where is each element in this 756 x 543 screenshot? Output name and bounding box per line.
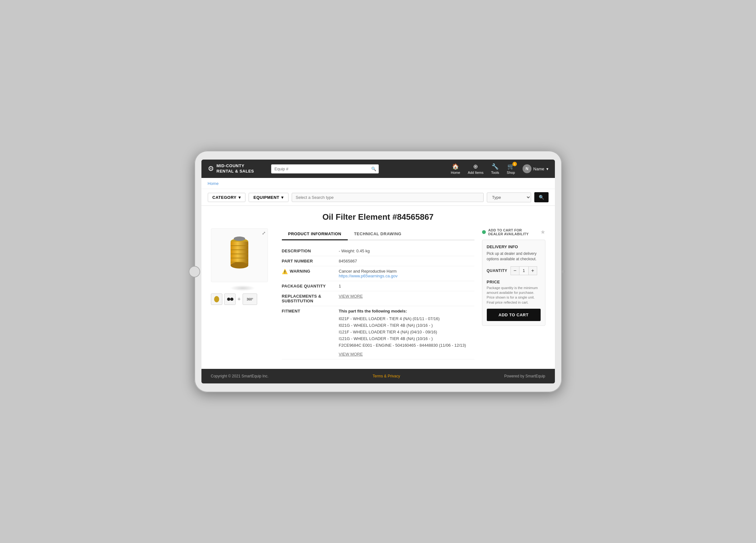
warning-link[interactable]: https://www.p65warnings.ca.gov	[339, 273, 398, 278]
fitment-item-1: I021G - WHEEL LOADER - TIER 4B (NA) (10/…	[339, 322, 474, 329]
category-dropdown[interactable]: CATEGORY ▾	[208, 193, 246, 202]
nav-tools[interactable]: 🔧 Tools	[491, 163, 499, 175]
quantity-value: 1	[519, 266, 528, 275]
add-to-cart-button[interactable]: ADD TO CART	[487, 309, 541, 321]
search-bar[interactable]: 🔍	[271, 164, 379, 174]
part-number-value: 84565867	[339, 259, 474, 264]
package-quantity-label: PACKAGE QUANTITY	[282, 284, 339, 288]
add-to-cart-header: ADD TO CART FOR DEALER AVAILABILITY ★	[482, 228, 545, 236]
svg-point-10	[227, 297, 230, 301]
svg-point-2	[231, 262, 248, 269]
replacements-label: REPLACEMENTS & SUBSTITUTION	[282, 294, 339, 303]
category-chevron-icon: ▾	[238, 195, 241, 200]
nav-shop[interactable]: 🛒 1 Shop	[507, 163, 515, 175]
nav-tools-label: Tools	[491, 171, 499, 175]
breadcrumb: Home	[201, 178, 555, 189]
quantity-label: QUANTITY	[487, 269, 507, 273]
replacements-row: REPLACEMENTS & SUBSTITUTION VIEW MORE	[282, 291, 474, 306]
breadcrumb-home[interactable]: Home	[208, 181, 219, 186]
tabs: PRODUCT INFORMATION TECHNICAL DRAWING	[282, 228, 474, 240]
search-btn-icon: 🔍	[539, 195, 544, 200]
add-to-cart-label: ADD TO CART FOR DEALER AVAILABILITY	[488, 228, 538, 236]
tab-product-information[interactable]: PRODUCT INFORMATION	[282, 228, 348, 240]
search-button[interactable]: 🔍	[534, 192, 549, 202]
product-layout: ⤢	[211, 228, 545, 359]
part-number-row: PART NUMBER 84565867	[282, 256, 474, 266]
warning-value: Cancer and Reproductive Harm https://www…	[339, 269, 474, 278]
tab-technical-drawing[interactable]: TECHNICAL DRAWING	[348, 228, 408, 240]
fitment-title: This part fits the following models:	[339, 309, 474, 313]
terms-link[interactable]: Terms & Privacy	[373, 374, 400, 378]
replacements-value: VIEW MORE	[339, 294, 474, 303]
svg-rect-1	[231, 242, 248, 265]
warning-label: ⚠️ WARNING	[282, 269, 339, 278]
quantity-increase-button[interactable]: +	[528, 266, 537, 275]
main-image-container: ⤢	[211, 228, 268, 282]
image-area: ⤢	[211, 228, 274, 359]
thumbnail-1[interactable]	[211, 293, 222, 305]
description-label: DESCRIPTION	[282, 249, 339, 253]
equipment-chevron-icon: ▾	[281, 195, 284, 200]
nav-add-items[interactable]: ⊕ Add Items	[468, 163, 484, 175]
nav-icons: 🏠 Home ⊕ Add Items 🔧 Tools 🛒 1 Shop	[451, 163, 549, 175]
search-type-input[interactable]	[292, 193, 484, 202]
nav-home[interactable]: 🏠 Home	[451, 163, 460, 175]
type-select[interactable]: Type	[487, 193, 531, 202]
user-area[interactable]: N Name ▾	[523, 164, 549, 173]
copyright-text: Copyright © 2021 SmartEquip Inc.	[211, 374, 269, 378]
price-section: PRICE Package quantity is the minimum am…	[487, 279, 541, 305]
category-label: CATEGORY	[213, 195, 237, 200]
warning-row: ⚠️ WARNING Cancer and Reproductive Harm …	[282, 266, 474, 281]
availability-dot	[482, 230, 486, 234]
product-title: Oil Filter Element #84565867	[211, 212, 545, 222]
user-avatar: N	[523, 164, 531, 173]
fitment-view-more[interactable]: VIEW MORE	[339, 352, 363, 356]
replacements-view-more[interactable]: VIEW MORE	[339, 294, 363, 298]
home-icon: 🏠	[452, 163, 459, 170]
equipment-dropdown[interactable]: EQUIPMENT ▾	[249, 193, 288, 202]
header: ⚙ MID-COUNTY RENTAL & SALES 🔍 🏠 Home ⊕ A…	[201, 160, 555, 178]
filters-bar: CATEGORY ▾ EQUIPMENT ▾ Type 🔍	[201, 189, 555, 206]
fitment-item-3: I121G - WHEEL LOADER - TIER 4B (NA) (10/…	[339, 335, 474, 342]
fitment-row: FITMENT This part fits the following mod…	[282, 306, 474, 359]
wishlist-star-icon[interactable]: ★	[540, 229, 545, 236]
fitment-list: I021F - WHEEL LOADER - TIER 4 (NA) (01/1…	[339, 315, 474, 348]
logo-icon: ⚙	[208, 165, 214, 173]
info-table: DESCRIPTION - Weight: 0.45 kg PART NUMBE…	[282, 246, 474, 359]
logo-area: ⚙ MID-COUNTY RENTAL & SALES	[208, 163, 265, 174]
thumbnails: + 360°	[211, 293, 274, 305]
user-name: Name	[533, 167, 544, 171]
description-row: DESCRIPTION - Weight: 0.45 kg	[282, 246, 474, 256]
description-value: - Weight: 0.45 kg	[339, 249, 474, 253]
side-dot	[562, 270, 565, 273]
product-image	[220, 235, 258, 276]
home-button[interactable]	[189, 266, 200, 277]
add-items-icon: ⊕	[473, 163, 478, 170]
svg-point-9	[214, 296, 219, 302]
package-quantity-value: 1	[339, 284, 474, 288]
fitment-value: This part fits the following models: I02…	[339, 309, 474, 356]
svg-point-11	[230, 297, 233, 301]
view-360-button[interactable]: 360°	[243, 293, 257, 305]
delivery-title: DELIVERY INFO	[487, 245, 541, 249]
more-images-icon[interactable]: +	[238, 296, 241, 303]
price-note: Package quantity is the minimum amount a…	[487, 285, 541, 305]
package-quantity-row: PACKAGE QUANTITY 1	[282, 281, 474, 291]
footer: Copyright © 2021 SmartEquip Inc. Terms &…	[201, 369, 555, 383]
expand-icon[interactable]: ⤢	[262, 231, 266, 236]
thumbnail-2[interactable]	[224, 293, 236, 305]
powered-by-text: Powered by SmartEquip	[504, 374, 545, 378]
tools-icon: 🔧	[492, 163, 499, 170]
warning-triangle-icon: ⚠️	[282, 269, 288, 274]
image-shadow	[230, 285, 255, 291]
price-label: PRICE	[487, 279, 541, 284]
search-input[interactable]	[271, 164, 379, 174]
svg-point-8	[234, 237, 245, 241]
quantity-decrease-button[interactable]: −	[511, 266, 519, 275]
quantity-row: QUANTITY − 1 +	[487, 266, 541, 275]
delivery-box: DELIVERY INFO Pick up at dealer and deli…	[482, 240, 545, 326]
main-content: Oil Filter Element #84565867 ⤢	[201, 206, 555, 369]
delivery-text: Pick up at dealer and delivery options a…	[487, 251, 541, 262]
cart-badge: 1	[512, 162, 517, 166]
fitment-item-4: F2CE9684C E001 - ENGINE - 504160465 - 84…	[339, 342, 474, 348]
